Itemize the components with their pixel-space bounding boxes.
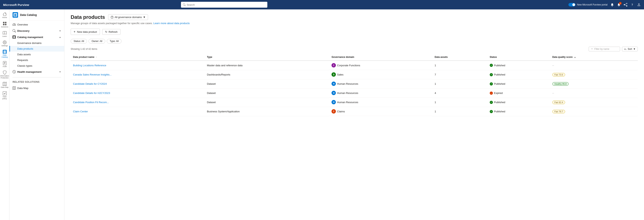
quality-badge-fair: Fair 73.6 bbox=[552, 73, 565, 76]
top-navigation: Microsoft Purview New Microsoft Purview … bbox=[0, 0, 644, 9]
page-title: Data products bbox=[71, 14, 105, 20]
share-icon[interactable] bbox=[624, 3, 628, 7]
new-data-product-button[interactable]: + New data product bbox=[71, 29, 100, 35]
search-bar[interactable] bbox=[181, 2, 267, 8]
toggle-switch[interactable] bbox=[568, 3, 576, 6]
catalog-icon bbox=[3, 50, 7, 54]
col-type: Type bbox=[204, 54, 329, 61]
sidebar-item-info-protection-icon[interactable]: Information Protection bbox=[0, 69, 9, 80]
table-row: Candidate Details for CY2024DatasetHHuma… bbox=[71, 79, 638, 88]
sidebar-item-home[interactable]: Home bbox=[0, 11, 9, 20]
home-label: Home bbox=[2, 16, 7, 18]
cell-quality: Fair 73.6 bbox=[550, 70, 638, 79]
learn-more-link[interactable]: Learn more about data products bbox=[153, 22, 190, 25]
help-icon[interactable] bbox=[630, 3, 634, 7]
sidebar-item-data-map-icon[interactable]: Data Map bbox=[0, 81, 9, 89]
data-policy-label: Data policy bbox=[1, 96, 9, 100]
page-subtitle: Manage groups of data assets packaged to… bbox=[71, 22, 638, 25]
table-row: Candidate Details for H2CY2023DatasetHHu… bbox=[71, 88, 638, 98]
type-filter[interactable]: Type: All bbox=[107, 39, 122, 43]
portal-toggle[interactable]: New Microsoft Purview portal bbox=[568, 3, 608, 6]
data-products-label: Data products bbox=[17, 47, 33, 50]
cell-domain: CClaims bbox=[329, 107, 432, 116]
filter-by-name-label: Filter by name bbox=[594, 48, 609, 50]
notification-count: 1 bbox=[619, 2, 622, 5]
domain-badge: C bbox=[332, 109, 336, 114]
owner-filter[interactable]: Owner: All bbox=[88, 39, 105, 43]
app-icon bbox=[12, 12, 18, 18]
app-icon-svg bbox=[14, 13, 17, 17]
user-icon[interactable] bbox=[637, 3, 641, 7]
row-name-link[interactable]: Candidate Details for CY2024 bbox=[73, 82, 107, 85]
quality-badge-healthy: Healthy 85.8 bbox=[552, 82, 569, 86]
sidebar-sub-governance-domains[interactable]: Governance domains bbox=[10, 40, 64, 46]
status-filter[interactable]: Status: All bbox=[71, 39, 87, 43]
sidebar-item-learn[interactable]: Learn bbox=[0, 30, 9, 38]
cell-status: Published bbox=[487, 98, 550, 107]
catalog-management-label: Catalog management bbox=[17, 36, 43, 39]
sidebar-item-data-policy-icon[interactable]: Data policy bbox=[0, 90, 9, 101]
main-layout: Home Solutions Learn Settings Data bbox=[0, 9, 644, 220]
governance-domain-dropdown[interactable]: All governance domains ▼ bbox=[108, 14, 148, 20]
row-name-link[interactable]: Candidate Position Fit Recom... bbox=[73, 101, 109, 104]
row-name-link[interactable]: Building Locations Reference bbox=[73, 64, 106, 67]
sidebar-sub-data-assets[interactable]: Data assets bbox=[10, 52, 64, 57]
cell-quality: Fair 79.7 bbox=[550, 107, 638, 116]
discovery-icon bbox=[12, 29, 16, 32]
sidebar-item-audit-icon[interactable]: Audit bbox=[0, 60, 9, 69]
col-name[interactable]: Data product name ↑ bbox=[71, 54, 204, 61]
plus-icon: + bbox=[74, 30, 75, 33]
learn-label: Learn bbox=[2, 35, 7, 37]
cell-quality: Fair 62.4 bbox=[550, 98, 638, 107]
col-quality[interactable]: Data quality score ▲ bbox=[550, 54, 638, 61]
search-input[interactable] bbox=[187, 3, 265, 6]
refresh-button[interactable]: ↻ Refresh bbox=[102, 29, 120, 35]
sidebar-item-health-management[interactable]: Health management ▼ bbox=[10, 69, 64, 75]
catalog-mgmt-icon bbox=[12, 35, 16, 39]
sidebar-item-settings[interactable]: Settings bbox=[0, 39, 9, 48]
row-name-link[interactable]: Canada Sales Revenue Insights... bbox=[73, 73, 112, 76]
health-icon bbox=[12, 70, 16, 73]
page-header: Data products All governance domains ▼ bbox=[71, 14, 638, 20]
domain-badge: H bbox=[332, 91, 336, 95]
discovery-label: Discovery bbox=[17, 29, 30, 32]
table-body: Building Locations ReferenceMaster data … bbox=[71, 61, 638, 116]
domain-name: Corporate Functions bbox=[337, 64, 360, 67]
cell-status: Published bbox=[487, 79, 550, 88]
filter-by-name[interactable]: Filter by name bbox=[589, 47, 620, 51]
sort-button[interactable]: Sort ▼ bbox=[622, 47, 638, 51]
catalog-mgmt-chevron: ▲ bbox=[59, 36, 61, 38]
cell-name: Building Locations Reference bbox=[71, 61, 204, 70]
cell-name: Candidate Position Fit Recom... bbox=[71, 98, 204, 107]
quality-none: -- bbox=[552, 64, 554, 67]
sidebar-item-catalog-management[interactable]: Catalog management ▲ bbox=[10, 34, 64, 40]
sidebar-item-discovery[interactable]: Discovery ▼ bbox=[10, 28, 64, 34]
refresh-icon: ↻ bbox=[105, 30, 107, 33]
notification-icon[interactable] bbox=[610, 3, 614, 7]
sidebar-item-data-map[interactable]: Data Map bbox=[10, 85, 64, 91]
sidebar-sub-classic-types[interactable]: Classic types bbox=[10, 63, 64, 69]
status-dot-expired bbox=[490, 92, 493, 95]
domain-badge: H bbox=[332, 100, 336, 104]
cell-status: Published bbox=[487, 61, 550, 70]
status-text: Published bbox=[494, 101, 505, 104]
row-name-link[interactable]: Candidate Details for H2CY2023 bbox=[73, 92, 110, 94]
data-table: Data product name ↑ Type Governance doma… bbox=[71, 54, 638, 116]
sidebar-divider bbox=[12, 77, 61, 77]
cell-type: Dashboards/Reports bbox=[204, 70, 329, 79]
toggle-label: New Microsoft Purview portal bbox=[577, 3, 608, 6]
cell-domain: HHuman Resources bbox=[329, 79, 432, 88]
sidebar-item-overview[interactable]: Overview bbox=[10, 21, 64, 28]
alerts-icon[interactable]: 1 bbox=[617, 3, 621, 7]
row-name-link[interactable]: Claim Center bbox=[73, 110, 88, 113]
domain-badge: C bbox=[332, 63, 336, 67]
sidebar-item-solutions[interactable]: Solutions bbox=[0, 20, 9, 29]
sidebar-sub-requests[interactable]: Requests bbox=[10, 57, 64, 63]
sidebar-sub-data-products[interactable]: Data products bbox=[10, 46, 64, 52]
home-icon bbox=[3, 12, 7, 16]
overview-label: Overview bbox=[17, 23, 28, 26]
health-management-label: Health management bbox=[17, 70, 42, 73]
sidebar-item-data-catalog-icon[interactable]: Data Catalog bbox=[0, 49, 9, 59]
cell-assets: 1 bbox=[432, 79, 487, 88]
sidebar-section-nav: Overview Discovery ▼ Catalog management … bbox=[10, 20, 64, 76]
